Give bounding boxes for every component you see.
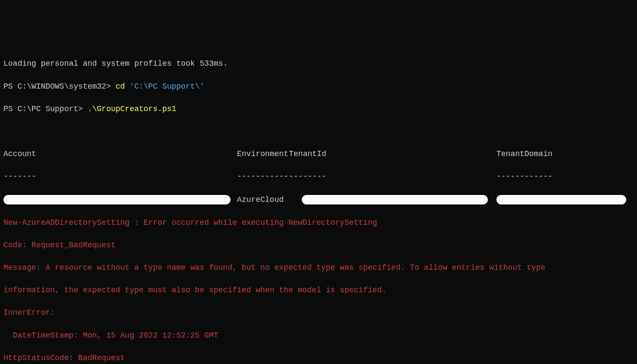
error1-line: InnerError: bbox=[3, 307, 634, 318]
prompt-line-2: PS C:\PC Support> .\GroupCreators.ps1 bbox=[3, 103, 634, 115]
col-domain-header: TenantDomain bbox=[496, 148, 634, 160]
cmd-path: 'C:\PC Support\' bbox=[130, 82, 205, 91]
col-tenantid-header: TenantId bbox=[289, 148, 496, 160]
cmd-cd: cd bbox=[115, 82, 129, 91]
col-tenantid-div: -------- bbox=[289, 171, 496, 182]
profile-load-line: Loading personal and system profiles too… bbox=[3, 58, 634, 69]
error1-line: DateTimeStamp: Mon, 15 Aug 2022 12:52:25… bbox=[3, 330, 634, 341]
domain-redacted bbox=[496, 194, 634, 205]
account-redacted bbox=[3, 194, 237, 205]
error1-line: New-AzureADDirectorySetting : Error occu… bbox=[3, 217, 634, 228]
table-divider: -------------------------------------- bbox=[3, 171, 634, 182]
col-account-div: ------- bbox=[3, 171, 237, 182]
error1-line: Code: Request_BadRequest bbox=[3, 239, 634, 251]
blank-line bbox=[3, 126, 634, 137]
col-account-header: Account bbox=[3, 148, 237, 160]
error1-line: information, the expected type must also… bbox=[3, 284, 634, 296]
prompt-line-1: PS C:\WINDOWS\system32> cd 'C:\PC Suppor… bbox=[3, 81, 634, 92]
col-env-header: Environment bbox=[237, 148, 289, 160]
prompt-1: PS C:\WINDOWS\system32> bbox=[3, 82, 115, 91]
col-domain-div: ------------ bbox=[496, 171, 634, 182]
error1-line: HttpStatusCode: BadRequest bbox=[3, 352, 634, 364]
col-env-div: ----------- bbox=[237, 171, 289, 182]
cmd-script: .\GroupCreators.ps1 bbox=[87, 105, 176, 113]
tenantid-redacted bbox=[289, 194, 496, 205]
table-header: AccountEnvironmentTenantIdTenantDomain bbox=[3, 148, 634, 160]
error1-line: Message: A resource without a type name … bbox=[3, 262, 634, 273]
table-row: AzureCloud bbox=[3, 194, 634, 206]
env-value: AzureCloud bbox=[237, 194, 289, 205]
terminal-output[interactable]: Loading personal and system profiles too… bbox=[3, 47, 634, 364]
prompt-2: PS C:\PC Support> bbox=[3, 105, 87, 113]
